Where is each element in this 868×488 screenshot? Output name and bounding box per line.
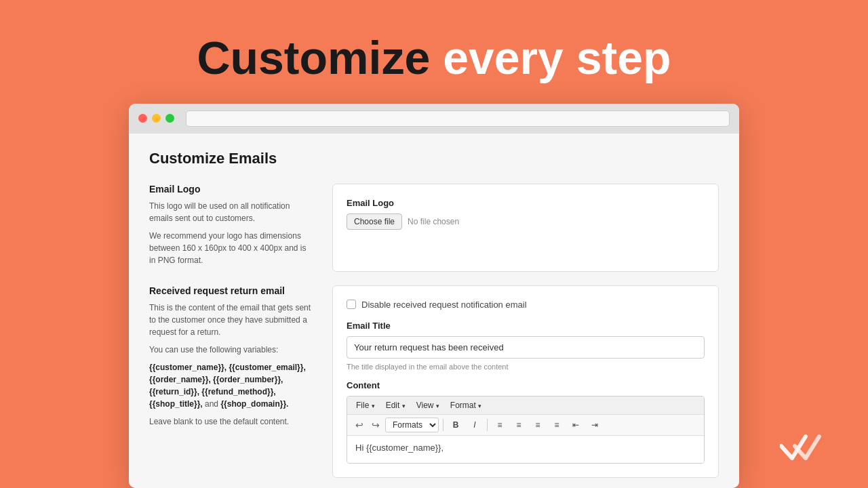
email-title-field-label: Email Title — [347, 321, 705, 331]
disable-checkbox-label: Disable received request notification em… — [361, 300, 527, 310]
undo-button[interactable]: ↩ — [353, 418, 366, 432]
email-logo-left: Email Logo This logo will be used on all… — [149, 184, 312, 272]
hero-heading: Customize every step — [197, 33, 671, 83]
align-left-button[interactable]: ≡ — [492, 418, 508, 432]
file-input-row: Choose file No file chosen — [347, 214, 705, 230]
no-file-label: No file chosen — [408, 217, 459, 226]
content-editor: File ▾ Edit ▾ View ▾ Format ▾ ↩ ↪ Format… — [347, 396, 705, 464]
email-logo-right: Email Logo Choose file No file chosen — [332, 184, 719, 272]
email-title-hint: The title displayed in the email above t… — [347, 363, 705, 371]
received-request-section: Received request return email This is th… — [149, 285, 719, 478]
toolbar-separator-1 — [443, 419, 443, 431]
watermark-icon — [780, 424, 827, 468]
editor-toolbar: ↩ ↪ Formats B I ≡ ≡ ≡ ≡ ⇤ — [347, 415, 704, 436]
choose-file-button[interactable]: Choose file — [347, 214, 402, 230]
disable-checkbox-row: Disable received request notification em… — [347, 300, 705, 310]
format-menu[interactable]: Format ▾ — [447, 399, 485, 411]
indent-decrease-button[interactable]: ⇤ — [568, 418, 584, 432]
window-minimize-dot[interactable] — [152, 114, 161, 123]
content-label: Content — [347, 380, 705, 390]
browser-window: Customize Emails Email Logo This logo wi… — [129, 104, 739, 488]
email-logo-section-label: Email Logo — [149, 184, 312, 195]
window-close-dot[interactable] — [138, 114, 147, 123]
italic-button[interactable]: I — [467, 418, 483, 432]
align-center-button[interactable]: ≡ — [511, 418, 527, 432]
indent-increase-button[interactable]: ⇥ — [587, 418, 603, 432]
edit-menu[interactable]: Edit ▾ — [382, 399, 409, 411]
toolbar-separator-2 — [487, 419, 488, 431]
received-request-left: Received request return email This is th… — [149, 285, 312, 478]
view-menu[interactable]: View ▾ — [413, 399, 443, 411]
align-justify-button[interactable]: ≡ — [549, 418, 565, 432]
editor-body[interactable]: Hi {{customer_name}}, — [347, 436, 704, 463]
received-request-desc1: This is the content of the email that ge… — [149, 302, 312, 338]
window-maximize-dot[interactable] — [165, 114, 174, 123]
editor-menubar: File ▾ Edit ▾ View ▾ Format ▾ — [347, 396, 704, 415]
received-request-label: Received request return email — [149, 285, 312, 296]
redo-button[interactable]: ↪ — [369, 418, 382, 432]
received-request-desc3: Leave blank to use the default content. — [149, 415, 312, 428]
align-right-button[interactable]: ≡ — [530, 418, 546, 432]
email-logo-section: Email Logo This logo will be used on all… — [149, 184, 719, 272]
url-bar[interactable] — [186, 110, 730, 127]
hero-heading-accent: every step — [443, 32, 671, 83]
email-logo-desc2: We recommend your logo has dimensions be… — [149, 230, 312, 266]
received-request-variables: {{customer_name}}, {{customer_email}}, {… — [149, 361, 312, 410]
email-logo-field-label: Email Logo — [347, 198, 705, 208]
hero-heading-plain: Customize — [197, 32, 443, 83]
browser-content: Customize Emails Email Logo This logo wi… — [129, 134, 739, 488]
disable-checkbox[interactable] — [347, 300, 356, 309]
bold-button[interactable]: B — [448, 418, 464, 432]
received-request-right: Disable received request notification em… — [332, 285, 719, 478]
formats-dropdown[interactable]: Formats — [385, 418, 439, 432]
page-title: Customize Emails — [149, 150, 719, 167]
received-request-desc2: You can use the following variables: — [149, 344, 312, 356]
email-logo-desc1: This logo will be used on all notificati… — [149, 200, 312, 224]
email-title-input[interactable] — [347, 336, 705, 359]
file-menu[interactable]: File ▾ — [353, 399, 378, 411]
browser-titlebar — [129, 104, 739, 134]
